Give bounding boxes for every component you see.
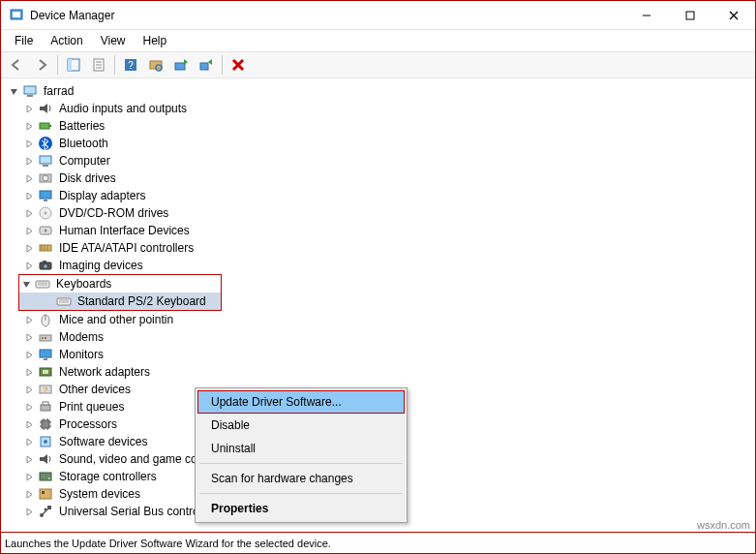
hid-icon [38,223,53,238]
expand-icon[interactable] [22,224,36,237]
expand-icon[interactable] [22,435,36,448]
watermark: wsxdn.com [697,519,750,531]
svg-rect-28 [40,156,51,164]
tree-item-audio[interactable]: Audio inputs and outputs [7,100,753,117]
menu-file[interactable]: File [7,32,41,49]
svg-rect-29 [43,165,48,167]
collapse-icon[interactable] [7,84,20,98]
svg-rect-23 [27,95,33,97]
tree-item-label: Software devices [57,435,149,448]
expand-icon[interactable] [22,487,36,501]
tree-item-modem[interactable]: Modems [7,328,753,346]
device-tree[interactable]: farradAudio inputs and outputsBatteriesB… [1,78,755,532]
expand-icon[interactable] [22,189,36,202]
expander-spacer [41,294,54,308]
delete-icon[interactable] [227,53,250,77]
expand-icon[interactable] [22,137,36,150]
menu-action[interactable]: Action [43,32,90,49]
keyboard-icon [35,276,50,292]
show-hide-console-tree-icon[interactable] [62,53,85,77]
expand-icon[interactable] [22,171,36,185]
expand-icon[interactable] [22,348,36,361]
storage-icon [38,469,53,484]
expand-icon[interactable] [22,452,36,466]
tree-item-monitor[interactable]: Monitors [7,346,753,363]
svg-rect-26 [49,125,51,127]
tree-item-label: farrad [42,84,76,98]
svg-rect-75 [40,457,44,461]
tree-item-computer[interactable]: Computer [7,152,753,169]
tree-item-ide[interactable]: IDE ATA/ATAPI controllers [7,239,753,257]
back-button[interactable] [5,53,28,77]
expand-icon[interactable] [22,119,36,133]
tree-item-disk[interactable]: Disk drives [7,169,753,187]
expand-icon[interactable] [22,241,36,255]
toolbar: ? [1,51,755,78]
expand-icon[interactable] [22,313,36,326]
expand-icon[interactable] [22,417,36,431]
ctx-separator [199,463,403,464]
tree-item-keyboard-child[interactable]: Standard PS/2 Keyboard [19,292,221,310]
svg-point-77 [48,477,50,479]
expand-icon[interactable] [22,206,36,220]
tree-item-label: Keyboards [54,277,113,291]
collapse-icon[interactable] [19,277,33,291]
menu-help[interactable]: Help [136,32,175,49]
update-driver-icon[interactable] [169,53,193,77]
expand-icon[interactable] [22,154,36,168]
tree-item-label: Standard PS/2 Keyboard [76,294,208,308]
computer-icon [38,153,53,169]
tree-item-label: Modems [57,330,106,344]
expand-icon[interactable] [22,383,36,396]
forward-button[interactable] [30,53,53,77]
tree-item-label: Mice and other pointin [57,313,175,326]
scan-hardware-icon[interactable] [144,53,167,77]
close-button[interactable] [711,1,755,29]
titlebar: Device Manager [1,1,755,30]
tree-item-network[interactable]: Network adapters [7,363,753,381]
help-icon[interactable]: ? [119,53,142,77]
svg-rect-32 [40,191,51,199]
ctx-properties[interactable]: Properties [197,497,405,520]
svg-rect-33 [44,200,47,201]
svg-point-55 [45,337,46,339]
tree-item-display[interactable]: Display adapters [7,187,753,204]
ctx-update-driver[interactable]: Update Driver Software... [197,390,405,414]
sound-icon [38,451,53,467]
uninstall-icon[interactable] [195,53,218,77]
tree-item-label: DVD/CD-ROM drives [57,206,170,220]
modem-icon [38,329,53,345]
ctx-uninstall[interactable]: Uninstall [197,437,405,460]
expand-icon[interactable] [22,365,36,379]
ctx-disable[interactable]: Disable [197,414,405,437]
usb-icon [38,504,53,519]
properties-icon[interactable] [87,53,110,77]
tree-item-label: Processors [57,417,119,431]
tree-item-dvd[interactable]: DVD/CD-ROM drives [7,204,753,222]
tree-item-imaging[interactable]: Imaging devices [7,257,753,274]
maximize-button[interactable] [668,1,711,29]
expand-icon[interactable] [22,505,36,518]
expand-icon[interactable] [22,259,36,272]
svg-rect-63 [43,402,48,405]
expand-icon[interactable] [22,470,36,483]
tree-root[interactable]: farrad [7,82,753,100]
tree-item-label: Human Interface Devices [57,224,192,237]
tree-item-keyboard[interactable]: Keyboards [19,275,221,292]
menu-view[interactable]: View [93,32,134,49]
svg-rect-3 [686,12,694,19]
ctx-scan[interactable]: Scan for hardware changes [197,467,405,490]
tree-item-battery[interactable]: Batteries [7,117,753,135]
minimize-button[interactable] [624,1,668,29]
svg-rect-24 [40,107,44,110]
keyboard-icon [56,293,72,309]
expand-icon[interactable] [22,330,36,344]
highlight-box: KeyboardsStandard PS/2 Keyboard [18,274,222,311]
expand-icon[interactable] [22,102,36,115]
tree-item-mouse[interactable]: Mice and other pointin [7,311,753,328]
tree-item-hid[interactable]: Human Interface Devices [7,222,753,239]
tree-item-label: Disk drives [57,171,118,185]
expand-icon[interactable] [22,400,36,414]
svg-rect-18 [200,63,208,70]
tree-item-bluetooth[interactable]: Bluetooth [7,135,753,152]
